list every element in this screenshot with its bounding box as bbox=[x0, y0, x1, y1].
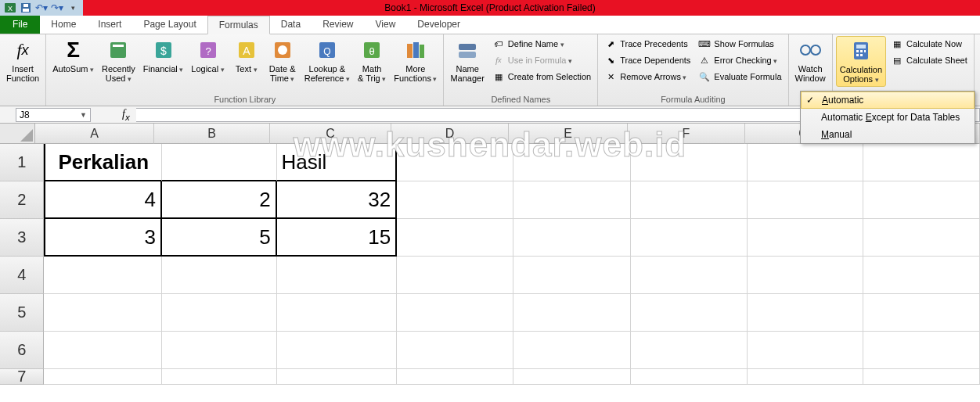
tab-data[interactable]: Data bbox=[270, 16, 312, 34]
select-all-corner[interactable] bbox=[0, 124, 35, 144]
menu-item-automatic[interactable]: ✓Automatic bbox=[801, 92, 975, 109]
row-header-3[interactable]: 3 bbox=[0, 219, 44, 257]
error-checking-button[interactable]: ⚠Error Checking bbox=[695, 52, 784, 68]
cell-F3[interactable] bbox=[631, 219, 748, 257]
cell-D2[interactable] bbox=[397, 181, 513, 219]
insert-function-button[interactable]: fx Insert Function bbox=[3, 36, 42, 84]
cell-G1[interactable] bbox=[748, 144, 864, 181]
calculation-options-button[interactable]: CalculationOptions bbox=[836, 36, 886, 87]
cell-E6[interactable] bbox=[513, 332, 632, 369]
remove-arrows-button[interactable]: ✕Remove Arrows bbox=[601, 69, 694, 84]
tab-formulas[interactable]: Formulas bbox=[207, 16, 270, 34]
cell-A2[interactable]: 4 bbox=[44, 181, 162, 219]
cell-D4[interactable] bbox=[397, 257, 513, 294]
show-formulas-button[interactable]: ⌨Show Formulas bbox=[695, 36, 784, 52]
save-icon[interactable] bbox=[19, 1, 33, 15]
cell-H2[interactable] bbox=[863, 181, 980, 219]
cell-A5[interactable] bbox=[44, 294, 162, 332]
cell-F5[interactable] bbox=[631, 294, 748, 332]
column-header-D[interactable]: D bbox=[391, 124, 509, 144]
cell-D7[interactable] bbox=[397, 369, 513, 385]
column-header-A[interactable]: A bbox=[35, 124, 154, 144]
define-name-button[interactable]: 🏷Define Name bbox=[489, 36, 594, 52]
lookup-button[interactable]: QLookup &Reference bbox=[301, 36, 353, 85]
cell-A7[interactable] bbox=[44, 369, 162, 385]
cell-D1[interactable] bbox=[397, 144, 513, 181]
cell-F1[interactable] bbox=[631, 144, 748, 181]
autosum-button[interactable]: ΣAutoSum bbox=[49, 36, 97, 85]
cell-G7[interactable] bbox=[748, 369, 864, 385]
watch-window-button[interactable]: WatchWindow bbox=[792, 36, 829, 84]
cell-G4[interactable] bbox=[748, 257, 864, 294]
cell-B5[interactable] bbox=[162, 294, 277, 332]
row-header-4[interactable]: 4 bbox=[0, 257, 44, 294]
tab-page-layout[interactable]: Page Layout bbox=[132, 16, 207, 34]
tab-developer[interactable]: Developer bbox=[406, 16, 471, 34]
logical-button[interactable]: ?Logical bbox=[188, 36, 227, 85]
cell-C5[interactable] bbox=[277, 294, 398, 332]
menu-item-manual[interactable]: Manual bbox=[801, 126, 975, 143]
recently-used-button[interactable]: RecentlyUsed bbox=[99, 36, 139, 85]
column-header-F[interactable]: F bbox=[628, 124, 745, 144]
column-header-C[interactable]: C bbox=[270, 124, 391, 144]
cell-G6[interactable] bbox=[748, 332, 864, 369]
qat-customize-icon[interactable]: ▾ bbox=[66, 1, 80, 15]
row-header-5[interactable]: 5 bbox=[0, 294, 44, 332]
cell-F7[interactable] bbox=[631, 369, 748, 385]
evaluate-formula-button[interactable]: 🔍Evaluate Formula bbox=[695, 69, 784, 84]
cell-F6[interactable] bbox=[631, 332, 748, 369]
row-header-2[interactable]: 2 bbox=[0, 181, 44, 219]
redo-icon[interactable]: ↷▾ bbox=[50, 1, 64, 15]
cell-G2[interactable] bbox=[748, 181, 864, 219]
cell-A1[interactable]: Perkalian bbox=[44, 144, 162, 181]
cell-C6[interactable] bbox=[277, 332, 398, 369]
cell-H4[interactable] bbox=[863, 257, 980, 294]
fx-label-icon[interactable]: fx bbox=[122, 108, 130, 122]
cell-E3[interactable] bbox=[513, 219, 632, 257]
cell-E1[interactable] bbox=[513, 144, 632, 181]
cell-B4[interactable] bbox=[162, 257, 277, 294]
cell-B2[interactable]: 2 bbox=[162, 181, 277, 219]
cell-H5[interactable] bbox=[863, 294, 980, 332]
trace-dependents-button[interactable]: ⬊Trace Dependents bbox=[601, 52, 694, 68]
cell-B3[interactable]: 5 bbox=[162, 219, 277, 257]
calculate-sheet-button[interactable]: ▤Calculate Sheet bbox=[888, 52, 971, 68]
tab-home[interactable]: Home bbox=[40, 16, 87, 34]
cell-B6[interactable] bbox=[162, 332, 277, 369]
cell-A4[interactable] bbox=[44, 257, 162, 294]
cell-E7[interactable] bbox=[513, 369, 632, 385]
cell-D6[interactable] bbox=[397, 332, 513, 369]
cell-C1[interactable]: Hasil bbox=[277, 144, 398, 181]
cell-C2[interactable]: 32 bbox=[277, 181, 398, 219]
column-header-E[interactable]: E bbox=[509, 124, 628, 144]
cell-H7[interactable] bbox=[863, 369, 980, 385]
financial-button[interactable]: $Financial bbox=[140, 36, 187, 85]
trace-precedents-button[interactable]: ⬈Trace Precedents bbox=[601, 36, 694, 52]
date-time-button[interactable]: Date &Time bbox=[265, 36, 300, 85]
create-from-selection-button[interactable]: ▦Create from Selection bbox=[489, 69, 594, 84]
menu-item-automatic-except[interactable]: Automatic Except for Data Tables bbox=[801, 109, 975, 126]
cell-A3[interactable]: 3 bbox=[44, 219, 162, 257]
row-header-1[interactable]: 1 bbox=[0, 144, 44, 181]
cell-A6[interactable] bbox=[44, 332, 162, 369]
cell-B7[interactable] bbox=[162, 369, 277, 385]
tab-insert[interactable]: Insert bbox=[87, 16, 132, 34]
cell-C7[interactable] bbox=[277, 369, 398, 385]
tab-view[interactable]: View bbox=[365, 16, 407, 34]
cell-E2[interactable] bbox=[513, 181, 632, 219]
namebox-dropdown-icon[interactable]: ▼ bbox=[80, 111, 87, 119]
cell-D3[interactable] bbox=[397, 219, 513, 257]
text-button[interactable]: AText bbox=[229, 36, 264, 85]
calculate-now-button[interactable]: ▦Calculate Now bbox=[888, 36, 971, 52]
cell-D5[interactable] bbox=[397, 294, 513, 332]
use-in-formula-button[interactable]: fxUse in Formula bbox=[489, 52, 594, 68]
tab-file[interactable]: File bbox=[0, 16, 40, 34]
cell-C4[interactable] bbox=[277, 257, 398, 294]
cell-G5[interactable] bbox=[748, 294, 864, 332]
more-functions-button[interactable]: MoreFunctions bbox=[391, 36, 440, 85]
cell-H6[interactable] bbox=[863, 332, 980, 369]
tab-review[interactable]: Review bbox=[312, 16, 364, 34]
cell-B1[interactable] bbox=[162, 144, 277, 181]
name-box[interactable]: J8▼ bbox=[16, 108, 91, 122]
cell-G3[interactable] bbox=[748, 219, 864, 257]
